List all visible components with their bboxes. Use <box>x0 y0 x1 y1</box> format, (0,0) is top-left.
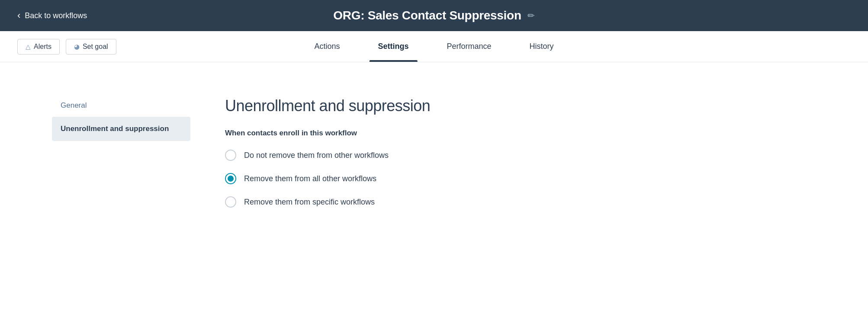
settings-content-area: Unenrollment and suppression When contac… <box>190 88 868 303</box>
tabs-area: Actions Settings Performance History <box>295 31 572 62</box>
section-title: Unenrollment and suppression <box>225 97 833 115</box>
alerts-label: Alerts <box>34 43 51 51</box>
tab-actions[interactable]: Actions <box>295 31 359 62</box>
back-link-label: Back to workflows <box>25 11 87 20</box>
back-arrow-icon: ‹ <box>17 10 20 21</box>
radio-circle-do-not-remove[interactable] <box>225 150 236 161</box>
radio-option-do-not-remove[interactable]: Do not remove them from other workflows <box>225 150 833 161</box>
radio-label-remove-specific: Remove them from specific workflows <box>244 198 375 207</box>
nav-left-buttons: △ Alerts ◕ Set goal <box>17 39 116 54</box>
tab-history[interactable]: History <box>511 31 573 62</box>
tab-performance[interactable]: Performance <box>428 31 510 62</box>
enrollment-section-label: When contacts enroll in this workflow <box>225 129 833 138</box>
tab-settings[interactable]: Settings <box>359 31 428 62</box>
radio-label-remove-all: Remove them from all other workflows <box>244 174 376 183</box>
settings-sidebar: General Unenrollment and suppression <box>52 88 190 303</box>
radio-circle-remove-specific[interactable] <box>225 196 236 208</box>
sidebar-general-label: General <box>52 97 190 114</box>
sidebar-item-unenrollment[interactable]: Unenrollment and suppression <box>52 117 190 141</box>
set-goal-icon: ◕ <box>74 43 80 51</box>
set-goal-label: Set goal <box>83 43 108 51</box>
workflow-title: ORG: Sales Contact Suppression <box>333 9 521 22</box>
main-content: General Unenrollment and suppression Une… <box>0 62 868 320</box>
workflow-title-area: ORG: Sales Contact Suppression ✏ <box>333 9 534 22</box>
secondary-nav: △ Alerts ◕ Set goal Actions Settings Per… <box>0 31 868 62</box>
radio-option-remove-all[interactable]: Remove them from all other workflows <box>225 173 833 184</box>
back-to-workflows-link[interactable]: ‹ Back to workflows <box>17 10 87 21</box>
top-bar: ‹ Back to workflows ORG: Sales Contact S… <box>0 0 868 31</box>
edit-title-icon[interactable]: ✏ <box>527 10 535 21</box>
radio-circle-remove-all[interactable] <box>225 173 236 184</box>
set-goal-button[interactable]: ◕ Set goal <box>66 39 116 54</box>
radio-option-remove-specific[interactable]: Remove them from specific workflows <box>225 196 833 208</box>
alerts-button[interactable]: △ Alerts <box>17 39 60 54</box>
radio-label-do-not-remove: Do not remove them from other workflows <box>244 151 389 160</box>
alerts-icon: △ <box>26 43 31 51</box>
